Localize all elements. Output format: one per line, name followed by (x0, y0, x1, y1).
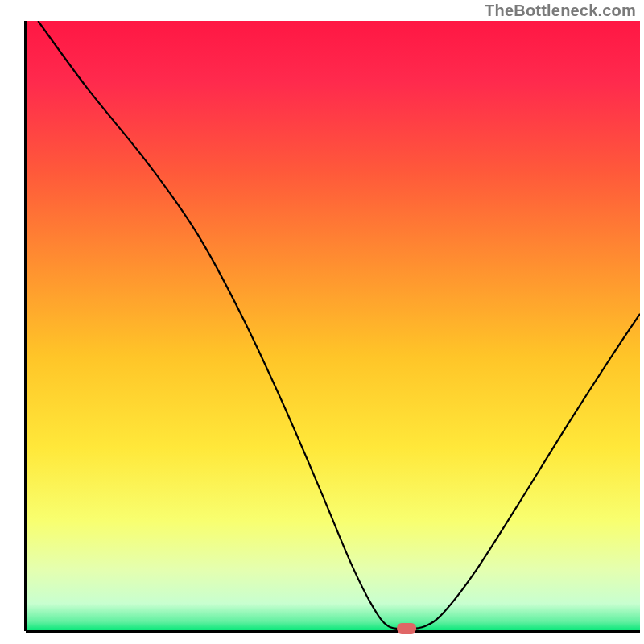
watermark-label: TheBottleneck.com (485, 2, 636, 20)
chart-svg (0, 0, 644, 644)
optimum-marker (397, 623, 416, 634)
bottleneck-chart: TheBottleneck.com (0, 0, 644, 644)
plot-background (26, 21, 640, 631)
